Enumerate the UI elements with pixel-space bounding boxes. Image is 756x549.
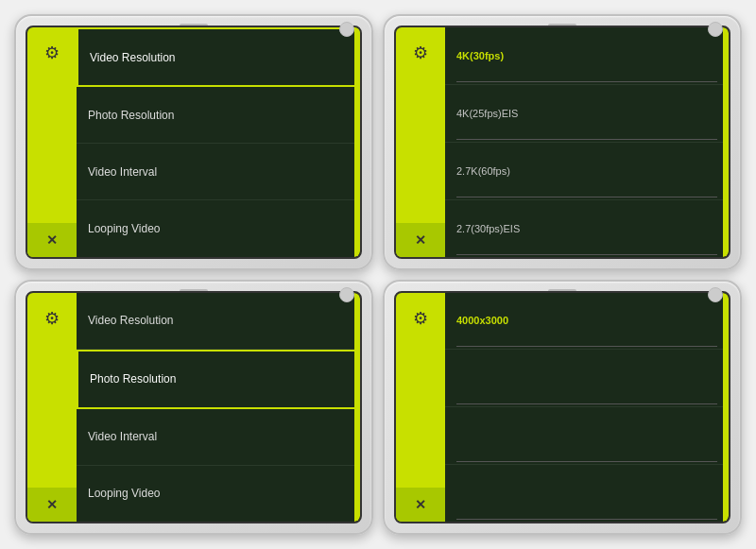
menu-item-video-interval-3[interactable]: Video Interval [77,409,360,466]
options-content-4: 4000x3000 [445,293,729,523]
option-empty-3[interactable] [445,465,729,522]
sidebar-3: ⚙ ✕ [27,293,77,523]
accent-bar-3 [354,293,360,523]
gear-icon-3: ⚙ [44,308,60,329]
menu-item-looping-video-1[interactable]: Looping Video [77,200,360,256]
sidebar-1: ⚙ ✕ [27,27,77,257]
option-underline-5 [456,346,717,347]
option-4000x3000[interactable]: 4000x3000 [445,293,729,351]
close-icon-2: ✕ [415,232,426,248]
camera-device-1: ⚙ ✕ Video Resolution Photo Resolution Vi… [14,14,373,270]
options-content-2: 4K(30fps) 4K(25fps)EIS 2.7K(60fps) 2.7(3… [445,27,729,257]
close-box-3: ✕ [27,488,77,522]
option-underline-8 [456,519,717,520]
sidebar-4: ⚙ ✕ [396,293,445,523]
gear-icon-4: ⚙ [413,308,428,329]
menu-item-photo-resolution-1[interactable]: Photo Resolution [77,87,360,144]
screen-3: ⚙ ✕ Video Resolution Photo Resolution Vi… [26,291,362,524]
close-box-2: ✕ [396,223,445,257]
option-underline-1 [456,81,717,82]
menu-item-video-resolution-1[interactable]: Video Resolution [77,27,360,87]
option-27k60[interactable]: 2.7K(60fps) [445,143,729,200]
gear-icon-2: ⚙ [413,43,428,63]
screen-4: ⚙ ✕ 4000x3000 [394,291,730,524]
accent-bar-1 [354,27,360,257]
screen-2: ⚙ ✕ 4K(30fps) 4K(25fps)EIS 2.7K(60fps) 2… [394,26,730,259]
close-box-1: ✕ [27,223,77,257]
sidebar-2: ⚙ ✕ [396,27,445,257]
camera-device-3: ⚙ ✕ Video Resolution Photo Resolution Vi… [14,280,373,536]
option-underline-4 [456,254,717,255]
option-4k25eis[interactable]: 4K(25fps)EIS [445,85,729,143]
option-empty-1[interactable] [445,350,729,407]
accent-bar-4 [723,293,729,523]
close-icon-1: ✕ [46,232,58,248]
menu-content-1: Video Resolution Photo Resolution Video … [77,27,360,257]
gear-icon-1: ⚙ [44,43,60,63]
option-underline-2 [456,139,717,140]
menu-item-looping-video-3[interactable]: Looping Video [77,466,360,522]
option-empty-2[interactable] [445,407,729,465]
option-underline-3 [456,197,717,197]
menu-item-video-resolution-3[interactable]: Video Resolution [77,293,360,350]
option-4k30-1[interactable]: 4K(30fps) [445,27,729,85]
option-underline-6 [456,403,717,404]
camera-device-4: ⚙ ✕ 4000x3000 [383,280,742,536]
accent-bar-2 [723,27,729,257]
option-underline-7 [456,461,717,462]
close-icon-4: ✕ [415,497,426,512]
close-box-4: ✕ [396,488,445,522]
camera-device-2: ⚙ ✕ 4K(30fps) 4K(25fps)EIS 2.7K(60fps) 2… [383,14,742,270]
option-27-30eis[interactable]: 2.7(30fps)EIS [445,200,729,257]
menu-item-photo-resolution-3[interactable]: Photo Resolution [77,350,360,409]
menu-item-video-interval-1[interactable]: Video Interval [77,144,360,200]
screen-1: ⚙ ✕ Video Resolution Photo Resolution Vi… [26,26,362,259]
close-icon-3: ✕ [46,497,58,512]
menu-content-3: Video Resolution Photo Resolution Video … [77,293,360,523]
